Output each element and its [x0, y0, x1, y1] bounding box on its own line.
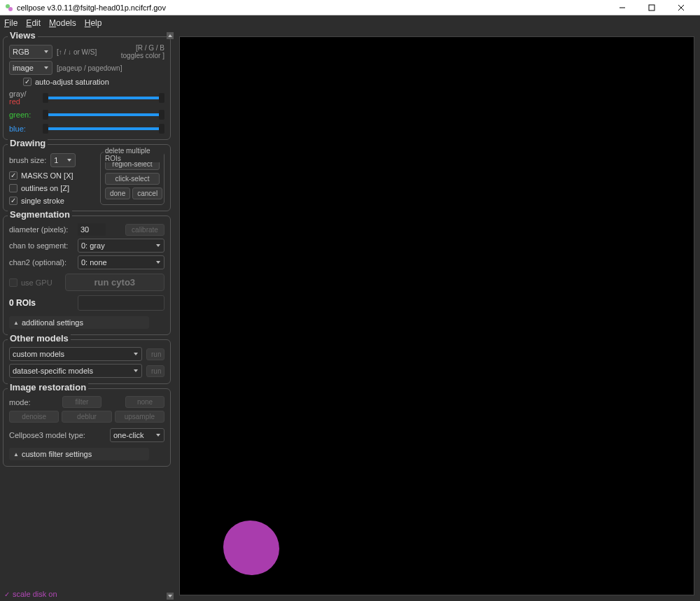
none-button[interactable]: none	[125, 396, 164, 408]
view-mode-select[interactable]: RGB	[9, 45, 52, 59]
outlines-on-checkbox[interactable]: outlines on [Z]	[9, 184, 69, 192]
view-mode-hint: [↑ / ↓ or W/S]	[57, 48, 97, 56]
click-select-button[interactable]: click-select	[105, 173, 160, 185]
custom-models-select[interactable]: custom models	[9, 347, 142, 361]
scroll-down-button[interactable]	[167, 593, 174, 600]
auto-adjust-checkbox[interactable]: auto-adjust saturation	[23, 78, 109, 86]
layer-hint: [pageup / pagedown]	[57, 64, 122, 72]
cancel-button[interactable]: cancel	[132, 188, 162, 199]
drawing-title: Drawing	[8, 138, 48, 148]
roi-bar	[78, 295, 164, 311]
app-icon	[4, 3, 14, 13]
delete-rois-title: delete multiple ROIs	[104, 147, 164, 162]
chan-segment-label: chan to segment:	[9, 241, 74, 250]
other-models-group: Other models custom models run dataset-s…	[3, 339, 171, 384]
scale-disk-indicator	[223, 521, 279, 575]
menubar: File Edit Models Help	[0, 15, 700, 31]
chan2-label: chan2 (optional):	[9, 258, 74, 267]
channel-green-label: green:	[9, 111, 38, 119]
brush-size-select[interactable]: 1	[50, 153, 76, 167]
additional-settings-expand[interactable]: additional settings	[9, 316, 149, 329]
segmentation-group: Segmentation diameter (pixels): calibrat…	[3, 215, 171, 335]
run-dataset-button[interactable]: run	[146, 365, 164, 377]
run-custom-button[interactable]: run	[146, 348, 164, 360]
delete-rois-box: delete multiple ROIs region-select click…	[100, 152, 164, 205]
close-button[interactable]	[666, 0, 696, 15]
masks-on-checkbox[interactable]: MASKS ON [X]	[9, 171, 74, 180]
upsample-button[interactable]: upsample	[115, 411, 164, 423]
canvas-area	[174, 31, 700, 601]
run-cyto3-button[interactable]: run cyto3	[65, 274, 164, 291]
channel-blue-label: blue:	[9, 125, 38, 133]
window-titlebar: cellpose v3.0.11@fsitgl-head01p.ncifcrf.…	[0, 0, 700, 15]
single-stroke-checkbox[interactable]: single stroke	[9, 197, 64, 205]
chan2-select[interactable]: 0: none	[78, 255, 164, 269]
image-canvas[interactable]	[179, 36, 694, 595]
denoise-button[interactable]: denoise	[9, 411, 59, 423]
maximize-button[interactable]	[637, 0, 666, 15]
minimize-button[interactable]	[608, 0, 637, 15]
segmentation-title: Segmentation	[8, 209, 72, 220]
svg-point-1	[8, 7, 13, 11]
menu-edit[interactable]: Edit	[26, 18, 41, 28]
cp3-model-type-label: Cellpose3 model type:	[9, 431, 85, 439]
cp3-model-type-select[interactable]: one-click	[110, 428, 164, 442]
green-slider[interactable]	[43, 110, 164, 120]
views-group: Views RGB [↑ / ↓ or W/S] [R / G / B togg…	[3, 36, 171, 140]
rgb-hint-2: toggles color ]	[121, 52, 164, 59]
deblur-button[interactable]: deblur	[62, 411, 111, 423]
menu-models[interactable]: Models	[49, 18, 76, 28]
window-title: cellpose v3.0.11@fsitgl-head01p.ncifcrf.…	[17, 3, 608, 12]
sidebar: Views RGB [↑ / ↓ or W/S] [R / G / B togg…	[0, 31, 174, 601]
layer-select[interactable]: image	[9, 61, 52, 75]
views-title: Views	[8, 31, 38, 41]
restoration-mode-label: mode:	[9, 398, 58, 406]
restoration-title: Image restoration	[8, 382, 88, 393]
diameter-input[interactable]	[78, 223, 106, 236]
done-button[interactable]: done	[105, 188, 130, 199]
scale-disk-checkbox[interactable]: scale disk on	[4, 590, 57, 598]
svg-rect-3	[649, 5, 654, 10]
menu-help[interactable]: Help	[85, 18, 102, 28]
restoration-group: Image restoration mode: filter none deno…	[3, 388, 171, 467]
diameter-label: diameter (pixels):	[9, 225, 74, 234]
calibrate-button[interactable]: calibrate	[125, 224, 164, 236]
gray-red-slider[interactable]	[43, 93, 164, 103]
checkbox-icon	[23, 78, 31, 86]
channel-red-label: red	[9, 98, 38, 106]
dataset-models-select[interactable]: dataset-specific models	[9, 364, 142, 378]
custom-filter-expand[interactable]: custom filter settings	[9, 448, 149, 460]
brush-size-label: brush size:	[9, 156, 46, 164]
filter-button[interactable]: filter	[62, 396, 102, 408]
roi-count-label: 0 ROIs	[9, 298, 74, 308]
drawing-group: Drawing brush size: 1 MASKS ON [X] outli…	[3, 144, 171, 211]
blue-slider[interactable]	[43, 124, 164, 134]
rgb-hint-1: [R / G / B	[121, 44, 164, 52]
menu-file[interactable]: File	[4, 18, 18, 28]
chan-segment-select[interactable]: 0: gray	[78, 239, 164, 253]
other-models-title: Other models	[8, 333, 71, 344]
use-gpu-checkbox[interactable]: use GPU	[9, 278, 52, 287]
